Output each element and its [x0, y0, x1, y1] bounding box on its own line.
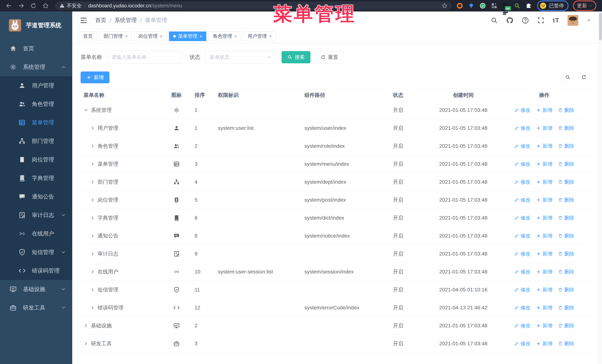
删除-action-link[interactable]: 删除 [558, 179, 574, 185]
sidebar-item-字典管理[interactable]: 字典管理 [0, 169, 72, 187]
breadcrumb-item[interactable]: 首页 [95, 16, 106, 24]
table-row-通知公告[interactable]: 通知公告8system/notice/index开启2021-01-05 17:… [81, 227, 591, 245]
修改-action-link[interactable]: 修改 [514, 107, 530, 114]
修改-action-link[interactable]: 修改 [514, 215, 530, 221]
删除-action-link[interactable]: 删除 [558, 340, 574, 347]
help-icon[interactable] [522, 17, 529, 24]
avatar[interactable] [568, 14, 578, 26]
sidebar-item-菜单管理[interactable]: 菜单管理 [0, 113, 72, 132]
修改-action-link[interactable]: 修改 [514, 197, 530, 203]
chevron-right-icon[interactable] [90, 251, 95, 256]
refresh-table-button[interactable] [578, 72, 590, 83]
sidebar-item-用户管理[interactable]: 用户管理 [0, 76, 72, 95]
avatar-caret-icon[interactable] [586, 18, 591, 23]
新增-action-link[interactable]: 新增 [536, 322, 552, 329]
tab-首页[interactable]: 首页 [79, 31, 97, 41]
tab-角色管理[interactable]: 角色管理× [209, 31, 241, 41]
table-row-部门管理[interactable]: 部门管理4system/dept/index开启2021-01-05 17:03… [81, 173, 591, 191]
browser-forward-icon[interactable] [18, 2, 24, 9]
删除-action-link[interactable]: 删除 [558, 304, 574, 311]
sidebar-item-审计日志[interactable]: 审计日志 [0, 206, 72, 224]
tab-岗位管理[interactable]: 岗位管理× [134, 31, 167, 41]
新增-action-link[interactable]: 新增 [536, 286, 552, 293]
新增-action-link[interactable]: 新增 [536, 143, 552, 149]
table-row-基础设施[interactable]: 基础设施2开启2021-01-05 17:03:48修改新增删除 [81, 317, 591, 335]
修改-action-link[interactable]: 修改 [514, 233, 530, 239]
新增-action-link[interactable]: 新增 [536, 250, 552, 257]
删除-action-link[interactable]: 删除 [558, 233, 574, 239]
删除-action-link[interactable]: 删除 [558, 250, 574, 257]
chevron-right-icon[interactable] [90, 269, 95, 274]
close-tab-icon[interactable]: × [125, 34, 128, 39]
chevron-right-icon[interactable] [90, 233, 95, 238]
browser-home-icon[interactable] [42, 2, 49, 9]
chevron-down-icon[interactable] [84, 108, 88, 113]
删除-action-link[interactable]: 删除 [558, 286, 574, 293]
github-icon[interactable] [506, 17, 514, 24]
tab-用户管理[interactable]: 用户管理× [243, 31, 276, 41]
table-row-审计日志[interactable]: 审计日志9开启2021-01-05 17:03:48修改新增删除 [81, 245, 591, 263]
删除-action-link[interactable]: 删除 [558, 125, 574, 131]
text-size-icon[interactable]: tT [553, 17, 559, 24]
search-button[interactable]: 搜索 [281, 51, 311, 63]
extension-green-icon[interactable] [479, 2, 486, 9]
tab-菜单管理[interactable]: 菜单管理× [169, 31, 206, 41]
删除-action-link[interactable]: 删除 [558, 143, 574, 149]
tab-部门管理[interactable]: 部门管理× [99, 31, 132, 41]
table-row-岗位管理[interactable]: 岗位管理5system/post/index开启2021-01-05 17:03… [81, 191, 591, 209]
app-logo-row[interactable]: 芋道管理系统 [0, 11, 72, 39]
table-row-短信管理[interactable]: 短信管理11开启2021-04-05 01:10:16修改新增删除 [81, 281, 591, 299]
menu-name-input[interactable] [107, 51, 181, 64]
新增-action-link[interactable]: 新增 [536, 197, 552, 203]
status-select[interactable]: 菜单状态 [205, 51, 276, 64]
新增-action-link[interactable]: 新增 [536, 125, 552, 131]
reset-button[interactable]: 重置 [315, 51, 344, 63]
chevron-right-icon[interactable] [90, 216, 95, 220]
table-row-用户管理[interactable]: 用户管理1system:user:listsystem/user/index开启… [81, 119, 591, 137]
extension-puzzle-icon[interactable] [525, 2, 532, 9]
address-bar[interactable]: 不安全 dashboard.yudao.iocoder.cn /system/m… [55, 1, 452, 10]
browser-update-button[interactable]: 更新 [573, 0, 596, 11]
hamburger-icon[interactable] [80, 16, 87, 24]
修改-action-link[interactable]: 修改 [514, 143, 530, 149]
table-row-研发工具[interactable]: 研发工具3开启2021-01-05 17:03:48修改新增删除 [81, 335, 591, 353]
scrollbar-thumb[interactable] [599, 13, 602, 40]
新增-action-link[interactable]: 新增 [536, 304, 552, 311]
bookmark-star-icon[interactable] [441, 3, 448, 9]
删除-action-link[interactable]: 删除 [558, 107, 574, 114]
browser-menu-icon[interactable] [590, 2, 592, 9]
修改-action-link[interactable]: 修改 [514, 250, 530, 257]
close-tab-icon[interactable]: × [234, 34, 237, 39]
table-row-系统管理[interactable]: 系统管理1开启2021-01-05 17:03:48修改新增删除 [81, 101, 591, 119]
table-row-错误码管理[interactable]: 错误码管理12system/errorCode/index开启2021-04-1… [81, 299, 591, 317]
chevron-right-icon[interactable] [90, 144, 95, 148]
sidebar-item-岗位管理[interactable]: 岗位管理 [0, 150, 72, 169]
sidebar-item-首页[interactable]: 首页 [0, 39, 72, 58]
sidebar-item-系统管理[interactable]: 系统管理 [0, 58, 72, 76]
修改-action-link[interactable]: 修改 [514, 125, 530, 131]
sidebar-item-研发工具[interactable]: 研发工具 [0, 299, 72, 317]
chevron-right-icon[interactable] [90, 126, 95, 131]
extension-gem-icon[interactable] [468, 2, 474, 9]
新增-action-link[interactable]: 新增 [536, 215, 552, 221]
删除-action-link[interactable]: 删除 [558, 269, 574, 275]
close-tab-icon[interactable]: × [160, 34, 162, 39]
修改-action-link[interactable]: 修改 [514, 179, 530, 185]
新增-action-link[interactable]: 新增 [536, 107, 552, 114]
sidebar-item-短信管理[interactable]: 短信管理 [0, 243, 72, 261]
sidebar-item-在线用户[interactable]: 在线用户 [0, 224, 72, 243]
close-tab-icon[interactable]: × [200, 34, 202, 39]
删除-action-link[interactable]: 删除 [558, 322, 574, 329]
extension-grid-icon[interactable] [491, 2, 497, 9]
修改-action-link[interactable]: 修改 [514, 269, 530, 275]
删除-action-link[interactable]: 删除 [558, 197, 574, 203]
breadcrumb-item[interactable]: 系统管理 [115, 16, 137, 24]
sidebar-item-角色管理[interactable]: 角色管理 [0, 95, 72, 113]
add-button[interactable]: 新增 [81, 72, 109, 83]
table-row-在线用户[interactable]: 在线用户10system:user-session:listsystem/ses… [81, 263, 591, 281]
sidebar-item-部门管理[interactable]: 部门管理 [0, 132, 72, 150]
close-tab-icon[interactable]: × [269, 34, 272, 39]
browser-reload-icon[interactable] [30, 2, 37, 9]
chevron-right-icon[interactable] [84, 341, 88, 346]
修改-action-link[interactable]: 修改 [514, 286, 530, 293]
